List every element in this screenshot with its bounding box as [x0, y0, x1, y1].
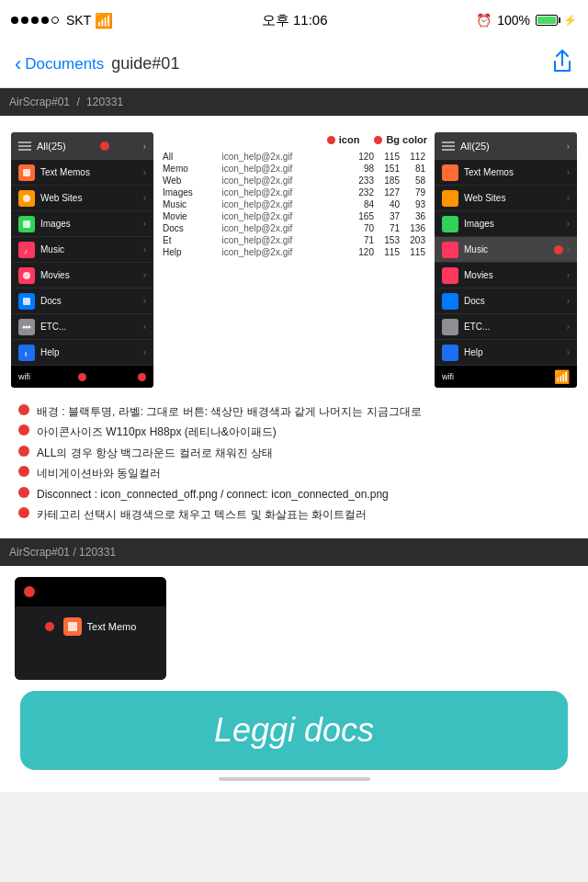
right-movies-icon [442, 267, 458, 284]
breadcrumb-part1: AirScrap#01 [9, 96, 70, 108]
row-n2: 153 [376, 234, 401, 246]
row-n2: 37 [376, 210, 401, 222]
status-right: ⏰ 100% ⚡ [476, 13, 577, 28]
sidebar-item-movies[interactable]: Movies › [11, 263, 153, 288]
dot1 [11, 17, 18, 24]
note-text: Disconnect : icon_connected_off.png / co… [37, 485, 389, 503]
table-row: Movie icon_help@2x.gif 165 37 36 [161, 210, 427, 222]
sidebar-item-etc[interactable]: ETC... › [11, 314, 153, 340]
note-dot [18, 466, 29, 477]
back-button[interactable]: ‹ Documents [15, 52, 104, 76]
row-n1: 70 [350, 222, 376, 234]
sidebar-right-movies[interactable]: Movies › [435, 263, 577, 288]
note-dot [18, 507, 29, 518]
etc-icon [18, 319, 35, 335]
row-file: icon_help@2x.gif [220, 187, 350, 198]
sidebar-right-help[interactable]: Help › [435, 340, 577, 366]
svg-text:i: i [25, 350, 27, 357]
web-sites-arrow: › [143, 193, 146, 203]
row-file: icon_help@2x.gif [220, 198, 350, 210]
table-row: Et icon_help@2x.gif 71 153 203 [161, 234, 427, 246]
sidebar-all-label: All(25) [37, 141, 66, 152]
note-dot [18, 487, 29, 498]
music-label: Music [40, 244, 143, 254]
row-n3: 81 [401, 163, 427, 175]
battery-indicator [536, 15, 558, 26]
sidebar-right: All(25) › Text Memos › Web Sites › Image… [435, 132, 577, 388]
row-n2: 40 [376, 198, 401, 210]
row-n1: 165 [350, 210, 376, 222]
row-n1: 84 [350, 198, 376, 210]
sidebar-right-music[interactable]: Music › [435, 237, 577, 263]
signal-dots [11, 17, 59, 24]
row-n3: 203 [401, 234, 427, 246]
right-music-label: Music [464, 244, 554, 254]
svg-point-8 [28, 325, 31, 328]
sidebar-right-web-sites[interactable]: Web Sites › [435, 186, 577, 211]
sidebar-preview: Text Memo [15, 577, 166, 680]
status-left: SKT 📶 [11, 12, 113, 29]
leggi-docs-label: Leggi docs [214, 711, 374, 750]
row-name: Help [161, 246, 220, 258]
music-arrow: › [143, 244, 146, 254]
icon-header: icon [327, 134, 360, 145]
row-n1: 120 [350, 246, 376, 258]
back-chevron-icon: ‹ [15, 52, 21, 76]
sidebar-right-docs[interactable]: Docs › [435, 288, 577, 314]
docs-icon [18, 293, 35, 310]
leggi-docs-button[interactable]: Leggi docs [20, 691, 568, 770]
row-n3: 112 [401, 151, 427, 163]
icon-table: All icon_help@2x.gif 120 115 112 Memo ic… [161, 151, 427, 258]
right-music-icon [442, 242, 458, 258]
right-text-memos-label: Text Memos [464, 167, 567, 177]
row-n1: 232 [350, 187, 376, 198]
row-n3: 136 [401, 222, 427, 234]
right-web-sites-label: Web Sites [464, 193, 567, 203]
note-dot [18, 424, 29, 435]
sidebar-item-music[interactable]: ♪ Music › [11, 237, 153, 263]
sidebar-item-web-sites[interactable]: Web Sites › [11, 186, 153, 211]
bottom-section: Text Memo Leggi docs [0, 566, 588, 792]
hamburger-right-icon [442, 141, 455, 151]
bg-header-label: Bg color [386, 134, 427, 145]
note-item: Disconnect : icon_connected_off.png / co… [18, 485, 570, 503]
right-help-label: Help [464, 347, 567, 357]
row-name: All [161, 151, 220, 163]
share-button[interactable] [551, 49, 573, 80]
sp-memo-icon [63, 617, 82, 636]
battery-percent: 100% [497, 13, 530, 28]
right-images-icon [442, 216, 458, 232]
note-text: ALL의 경우 항상 백그라운드 컬러로 채워진 상태 [37, 444, 273, 462]
dot3 [31, 17, 39, 24]
sidebar-right-images[interactable]: Images › [435, 211, 577, 237]
sidebar-header: All(25) › [11, 132, 153, 160]
sidebar-right-etc[interactable]: ETC... › [435, 314, 577, 340]
row-n2: 71 [376, 222, 401, 234]
row-n1: 71 [350, 234, 376, 246]
svg-rect-0 [23, 169, 30, 176]
note-item: 배경 : 블랙투명, 라벨: 그대로 버튼: 색상만 배경색과 같게 나머지는 … [18, 402, 570, 421]
bg-header-dot [374, 136, 382, 144]
svg-point-1 [23, 195, 30, 202]
row-file: icon_help@2x.gif [220, 210, 350, 222]
breadcrumb-sep: / [74, 96, 83, 108]
right-music-red-dot [554, 245, 563, 254]
sidebar-item-images[interactable]: Images › [11, 211, 153, 237]
text-memos-label: Text Memos [40, 167, 143, 177]
sidebar-item-text-memos[interactable]: Text Memos › [11, 160, 153, 186]
nav-bar: ‹ Documents guide#01 [0, 40, 588, 88]
table-section: icon Bg color All icon_help@2x.gif 120 1… [161, 132, 427, 388]
sidebar-item-docs[interactable]: Docs › [11, 288, 153, 314]
images-icon [18, 216, 35, 232]
web-sites-icon [18, 190, 35, 207]
sidebar-right-text-memos[interactable]: Text Memos › [435, 160, 577, 186]
note-text: 네비게이션바와 동일컬러 [37, 464, 161, 482]
sp-row: Text Memo [41, 614, 141, 639]
sidebar-item-help[interactable]: i Help › [11, 340, 153, 366]
right-text-memos-icon [442, 164, 458, 181]
note-item: 카테고리 선택시 배경색으로 채우고 텍스트 및 화살표는 화이트컬러 [18, 505, 570, 524]
table-row: Docs icon_help@2x.gif 70 71 136 [161, 222, 427, 234]
table-row: Music icon_help@2x.gif 84 40 93 [161, 198, 427, 210]
wifi-label: wifi [18, 372, 30, 381]
row-n1: 98 [350, 163, 376, 175]
